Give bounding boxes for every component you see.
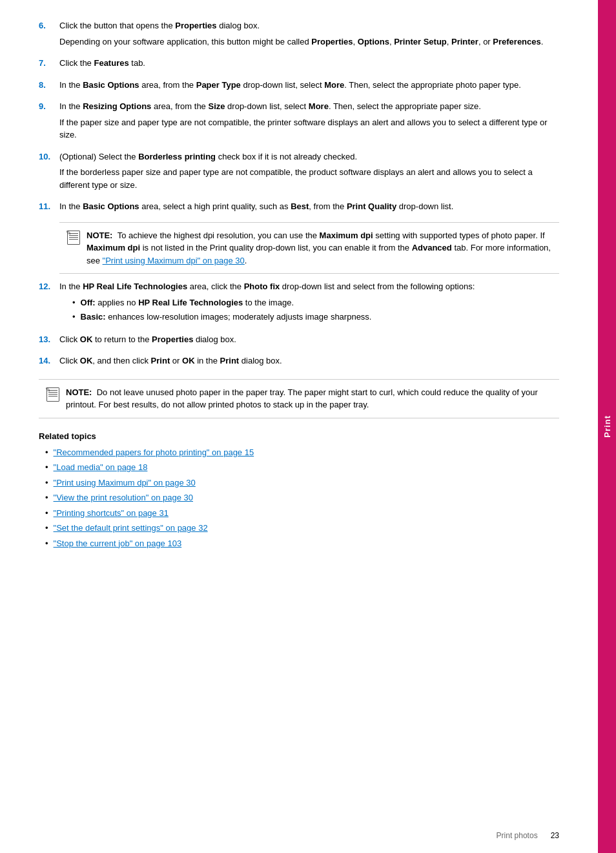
step-7-number: 7. [39,57,59,72]
step-8: 8. In the Basic Options area, from the P… [39,79,559,94]
related-link-3[interactable]: "Print using Maximum dpi" on page 30 [54,477,196,489]
related-item-7: "Stop the current job" on page 103 [45,537,559,550]
step-9-main: In the Resizing Options area, from the S… [59,100,559,113]
bullet-off-text: Off: applies no HP Real Life Technologie… [81,296,294,309]
notepad-icon-bottom [46,387,59,402]
step-6-main: Click the button that opens the Properti… [59,19,559,32]
note-bottom-label: NOTE: [66,387,97,397]
step-6: 6. Click the button that opens the Prope… [39,19,559,50]
related-link-4[interactable]: "View the print resolution" on page 30 [54,491,193,504]
step-14-main: Click OK, and then click Print or OK in … [59,355,559,367]
step-10: 10. (Optional) Select the Borderless pri… [39,150,559,194]
note-bottom-content: NOTE: Do not leave unused photo paper in… [66,386,551,411]
related-list: "Recommended papers for photo printing" … [45,446,559,550]
related-link-5[interactable]: "Printing shortcuts" on page 31 [54,507,169,520]
step-9: 9. In the Resizing Options area, from th… [39,100,559,144]
step-12-bullets: Off: applies no HP Real Life Technologie… [72,296,559,324]
bullet-basic-text: Basic: enhances low-resolution images; m… [81,311,372,324]
side-tab-label: Print [602,415,612,438]
step-7-content: Click the Features tab. [59,57,559,72]
step-13-content: Click OK to return to the Properties dia… [59,333,559,349]
related-item-4: "View the print resolution" on page 30 [45,491,559,504]
related-item-5: "Printing shortcuts" on page 31 [45,507,559,520]
related-topics-title: Related topics [39,431,559,441]
notepad-icon [67,231,80,245]
step-10-number: 10. [39,150,59,194]
related-item-2: "Load media" on page 18 [45,461,559,474]
related-link-2[interactable]: "Load media" on page 18 [54,461,148,474]
note-step11-content: NOTE: To achieve the highest dpi resolut… [87,229,551,267]
footer-label: Print photos [497,831,538,840]
note-step11-label: NOTE: [87,231,118,240]
step-6-content: Click the button that opens the Properti… [59,19,559,50]
step-11-main: In the Basic Options area, select a high… [59,200,559,213]
step-10-main: (Optional) Select the Borderless printin… [59,150,559,163]
step-13-main: Click OK to return to the Properties dia… [59,333,559,346]
side-tab: Print [598,0,616,853]
step-6-number: 6. [39,19,59,50]
related-link-1[interactable]: "Recommended papers for photo printing" … [54,446,254,459]
step-14-content: Click OK, and then click Print or OK in … [59,355,559,370]
step-8-content: In the Basic Options area, from the Pape… [59,79,559,94]
main-content: 6. Click the button that opens the Prope… [0,0,598,853]
related-item-6: "Set the default print settings" on page… [45,522,559,535]
page-container: 6. Click the button that opens the Prope… [0,0,616,853]
step-7-main: Click the Features tab. [59,57,559,70]
step-10-sub: If the borderless paper size and paper t… [59,166,559,191]
footer-page: 23 [551,831,559,840]
step-11-number: 11. [39,200,59,216]
step-12-main: In the HP Real Life Technologies area, c… [59,280,559,293]
note-bottom: NOTE: Do not leave unused photo paper in… [39,379,559,418]
related-item-1: "Recommended papers for photo printing" … [45,446,559,459]
step-14: 14. Click OK, and then click Print or OK… [39,355,559,370]
step-13-number: 13. [39,333,59,349]
step-14-number: 14. [39,355,59,370]
step-11-content: In the Basic Options area, select a high… [59,200,559,216]
bullet-off: Off: applies no HP Real Life Technologie… [72,296,559,309]
step-12-content: In the HP Real Life Technologies area, c… [59,280,559,327]
page-footer: Print photos 23 [497,831,559,840]
related-topics: Related topics "Recommended papers for p… [39,431,559,550]
step-10-content: (Optional) Select the Borderless printin… [59,150,559,194]
note-step11-text: To achieve the highest dpi resolution, y… [87,231,551,265]
step-12-number: 12. [39,280,59,327]
related-link-6[interactable]: "Set the default print settings" on page… [54,522,208,535]
related-item-3: "Print using Maximum dpi" on page 30 [45,477,559,489]
note-bottom-text: Do not leave unused photo paper in the p… [66,387,538,410]
step-8-main: In the Basic Options area, from the Pape… [59,79,559,92]
step-9-content: In the Resizing Options area, from the S… [59,100,559,144]
step-7: 7. Click the Features tab. [39,57,559,72]
step-12: 12. In the HP Real Life Technologies are… [39,280,559,327]
step-9-number: 9. [39,100,59,144]
step-8-number: 8. [39,79,59,94]
bullet-basic: Basic: enhances low-resolution images; m… [72,311,559,324]
step-9-sub: If the paper size and paper type are not… [59,116,559,141]
link-max-dpi[interactable]: "Print using Maximum dpi" on page 30 [103,256,245,265]
step-13: 13. Click OK to return to the Properties… [39,333,559,349]
step-6-sub: Depending on your software application, … [59,36,559,48]
note-step11: NOTE: To achieve the highest dpi resolut… [59,222,559,274]
related-link-7[interactable]: "Stop the current job" on page 103 [54,537,182,550]
step-11: 11. In the Basic Options area, select a … [39,200,559,216]
